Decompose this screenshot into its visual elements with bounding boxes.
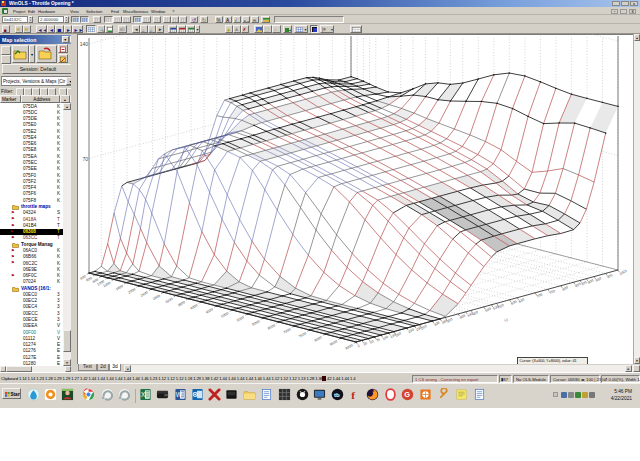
svg-text:tb: tb: [334, 392, 340, 398]
svg-text:(-): (-): [504, 318, 509, 323]
svg-text:6000: 6000: [252, 319, 261, 326]
svg-text:400: 400: [459, 314, 466, 320]
svg-text:70: 70: [82, 156, 88, 162]
svg-text:25: 25: [363, 341, 368, 346]
svg-text:500: 500: [485, 307, 492, 313]
svg-text:8500: 8500: [329, 340, 338, 347]
svg-text:200: 200: [408, 328, 415, 334]
svg-text:100: 100: [382, 335, 389, 341]
svg-text:4500: 4500: [205, 307, 214, 314]
svg-text:2400: 2400: [140, 291, 149, 298]
svg-text:7000: 7000: [283, 328, 292, 335]
svg-text:5000: 5000: [221, 311, 230, 318]
svg-text:6500: 6500: [267, 323, 276, 330]
svg-text:900: 900: [587, 278, 594, 284]
svg-text:630: 630: [518, 297, 525, 303]
svg-text:W: W: [176, 391, 183, 398]
svg-text:800: 800: [562, 285, 569, 291]
svg-text:3600: 3600: [177, 300, 186, 307]
svg-text:930: 930: [595, 276, 602, 282]
svg-text:1600: 1600: [115, 284, 124, 291]
svg-text:3200: 3200: [165, 297, 174, 304]
svg-text:9000: 9000: [345, 344, 354, 351]
svg-text:150: 150: [395, 331, 402, 337]
svg-text:4000: 4000: [190, 303, 199, 310]
svg-text:7500: 7500: [298, 332, 307, 339]
svg-text:50: 50: [369, 339, 374, 344]
svg-text:300: 300: [433, 321, 440, 327]
svg-text:f: f: [351, 389, 355, 401]
svg-text:75: 75: [375, 338, 380, 343]
svg-text:1023: 1023: [619, 269, 628, 276]
svg-text:G: G: [404, 390, 410, 399]
svg-text:2800: 2800: [152, 294, 161, 301]
svg-text:700: 700: [536, 293, 543, 299]
svg-text:450: 450: [472, 310, 479, 316]
svg-text:975: 975: [606, 273, 613, 279]
svg-text:600: 600: [510, 300, 517, 306]
svg-text:250: 250: [420, 324, 427, 330]
svg-text:550: 550: [497, 303, 504, 309]
svg-text:2000: 2000: [127, 287, 136, 294]
svg-text:750: 750: [549, 289, 556, 295]
svg-text:8000: 8000: [314, 336, 323, 343]
svg-text:350: 350: [446, 317, 453, 323]
svg-text:2: 2: [357, 344, 361, 348]
svg-text:140: 140: [80, 41, 89, 47]
svg-text:X: X: [141, 391, 146, 398]
svg-text:5500: 5500: [236, 315, 245, 322]
